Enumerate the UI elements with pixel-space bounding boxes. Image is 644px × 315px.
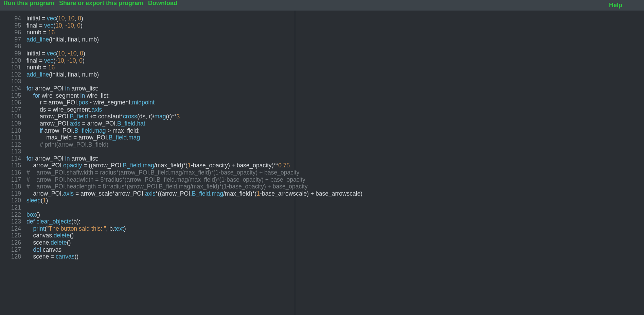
line-number: 119: [0, 190, 21, 197]
line-number: 104: [0, 85, 21, 92]
code-line[interactable]: numb = 16: [26, 64, 362, 71]
toolbar-left: Run this program Share or export this pr…: [3, 0, 177, 6]
code-line[interactable]: r = arrow_POI.pos - wire_segment.midpoin…: [26, 99, 362, 106]
code-line[interactable]: arrow_POI.opacity = ((arrow_POI.B_field.…: [26, 162, 362, 169]
code-line[interactable]: [26, 204, 362, 211]
toolbar: Run this program Share or export this pr…: [0, 0, 644, 11]
line-number: 110: [0, 127, 21, 134]
line-number: 97: [0, 36, 21, 43]
line-number: 111: [0, 134, 21, 141]
code-line[interactable]: [26, 78, 362, 85]
code-line[interactable]: arrow_POI.axis = arrow_POI.B_field.hat: [26, 120, 362, 127]
code-line[interactable]: arrow_POI.axis = arrow_scale*arrow_POI.a…: [26, 190, 362, 197]
line-number: 127: [0, 246, 21, 253]
line-number: 109: [0, 120, 21, 127]
line-number: 128: [0, 253, 21, 260]
code-line[interactable]: scene.delete(): [26, 239, 362, 246]
code-line[interactable]: [26, 43, 362, 50]
line-number: 116: [0, 169, 21, 176]
line-number: 120: [0, 197, 21, 204]
line-number: 117: [0, 176, 21, 183]
code-line[interactable]: canvas.delete(): [26, 232, 362, 239]
code-line[interactable]: del canvas: [26, 246, 362, 253]
line-number: 94: [0, 15, 21, 22]
line-number: 105: [0, 92, 21, 99]
line-number: 101: [0, 64, 21, 71]
line-number: 103: [0, 78, 21, 85]
line-number: 123: [0, 218, 21, 225]
line-number: 113: [0, 148, 21, 155]
code-line[interactable]: # print(arrow_POI.B_field): [26, 141, 362, 148]
line-number: 108: [0, 113, 21, 120]
code-editor[interactable]: 9495969798991001011021031041051061071081…: [0, 11, 644, 315]
line-number: 99: [0, 50, 21, 57]
line-number: 122: [0, 211, 21, 218]
line-number: 121: [0, 204, 21, 211]
code-line[interactable]: max_field = arrow_POI.B_field.mag: [26, 134, 362, 141]
code-line[interactable]: print("The button said this: ", b.text): [26, 225, 362, 232]
line-number: 102: [0, 71, 21, 78]
code-line[interactable]: sleep(1): [26, 197, 362, 204]
code-line[interactable]: numb = 16: [26, 29, 362, 36]
line-number: 114: [0, 155, 21, 162]
code-line[interactable]: initial = vec(10, -10, 0): [26, 50, 362, 57]
line-number: 126: [0, 239, 21, 246]
code-line[interactable]: add_line(initial, final, numb): [26, 71, 362, 78]
code-line[interactable]: # arrow_POI.shaftwidth = radius*(arrow_P…: [26, 169, 362, 176]
code-line[interactable]: [26, 148, 362, 155]
line-number: 107: [0, 106, 21, 113]
code-line[interactable]: # arrow_POI.headlength = 8*radius*(arrow…: [26, 183, 362, 190]
code-line[interactable]: def clear_objects(b):: [26, 218, 362, 225]
line-number-gutter: 9495969798991001011021031041051061071081…: [0, 11, 23, 260]
code-line[interactable]: add_line(initial, final, numb): [26, 36, 362, 43]
code-line[interactable]: for arrow_POI in arrow_list:: [26, 155, 362, 162]
code-line[interactable]: final = vec(10, -10, 0): [26, 22, 362, 29]
line-number: 124: [0, 225, 21, 232]
code-line[interactable]: final = vec(-10, -10, 0): [26, 57, 362, 64]
run-link[interactable]: Run this program: [3, 0, 54, 6]
line-number: 118: [0, 183, 21, 190]
line-number: 106: [0, 99, 21, 106]
line-number: 112: [0, 141, 21, 148]
line-number: 96: [0, 29, 21, 36]
code-line[interactable]: for arrow_POI in arrow_list:: [26, 85, 362, 92]
code-line[interactable]: ds = wire_segment.axis: [26, 106, 362, 113]
help-link[interactable]: Help: [609, 2, 622, 9]
code-line[interactable]: box(): [26, 211, 362, 218]
line-number: 125: [0, 232, 21, 239]
download-link[interactable]: Download: [148, 0, 177, 6]
code-line[interactable]: if arrow_POI.B_field.mag > max_field:: [26, 127, 362, 134]
line-number: 115: [0, 162, 21, 169]
line-number: 100: [0, 57, 21, 64]
code-line[interactable]: scene = canvas(): [26, 253, 362, 260]
code-line[interactable]: # arrow_POI.headwidth = 5*radius*(arrow_…: [26, 176, 362, 183]
code-line[interactable]: initial = vec(10, 10, 0): [26, 15, 362, 22]
line-number: 95: [0, 22, 21, 29]
share-link[interactable]: Share or export this program: [59, 0, 143, 6]
code-line[interactable]: arrow_POI.B_field += constant*cross(ds, …: [26, 113, 362, 120]
code-line[interactable]: for wire_segment in wire_list:: [26, 92, 362, 99]
line-number: 98: [0, 43, 21, 50]
code-content[interactable]: initial = vec(10, 10, 0)final = vec(10, …: [26, 11, 362, 260]
